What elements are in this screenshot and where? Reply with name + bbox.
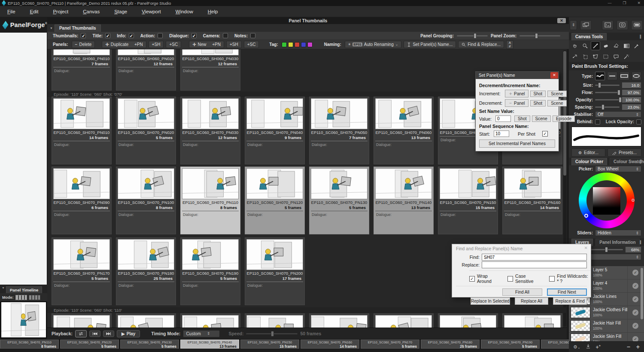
replace-all-button[interactable]: Replace All xyxy=(515,297,549,305)
find-and-replace-button[interactable]: Find & Replace... xyxy=(458,41,504,48)
brush-setting-slider[interactable] xyxy=(595,85,620,86)
brush-type-wave-button[interactable] xyxy=(595,72,605,80)
value-scene-button[interactable]: Scene xyxy=(532,115,551,122)
tab-panel-information[interactable]: Panel Information xyxy=(595,239,639,246)
case-sensitive-checkbox[interactable] xyxy=(507,276,513,282)
panel-cell[interactable]: EP110_SC060_SH070_PN06013 framesDialogue… xyxy=(374,97,434,164)
panel-cell[interactable]: EP110_SC060_SH060_PN0107 framesDialogue: xyxy=(52,49,112,91)
panel-cell[interactable]: Dialogue: xyxy=(502,313,562,328)
panel-thumbnails-close-icon[interactable]: ✕ xyxy=(557,18,566,23)
find-next-button[interactable]: Find Next xyxy=(547,288,587,296)
tab-panel-timeline[interactable]: Panel Timeline xyxy=(6,286,42,293)
timeline-strip-item[interactable]: EP110_SC060_SH070_PN1905 frames xyxy=(481,340,540,349)
value-episode-button[interactable]: Episode xyxy=(553,115,575,122)
picker-dropdown[interactable]: Box Wheel⇕ xyxy=(595,166,641,172)
panel-cell[interactable]: Dialogue: xyxy=(438,313,498,328)
panel-thumbnails-window-header[interactable]: Panel Thumbnails ✕ xyxy=(47,17,569,24)
start-input[interactable] xyxy=(494,130,509,137)
layer-visibility-check[interactable]: ✓ xyxy=(632,336,638,341)
value-input[interactable] xyxy=(495,115,511,122)
wildcards-checkbox[interactable] xyxy=(549,276,555,282)
tab-panel-thumbnails[interactable]: Panel Thumbnails xyxy=(55,24,101,32)
set-dialog-titlebar[interactable]: Set Panel(s) Name ✕ xyxy=(476,72,559,79)
menu-canvas[interactable]: Canvas xyxy=(76,6,107,17)
tab-canvas-tools[interactable]: Canvas Tools xyxy=(571,33,607,40)
menu-help[interactable]: Help xyxy=(200,6,225,17)
layer-row[interactable]: Jackie Clothes Fill100%✓ xyxy=(569,306,644,319)
timeline-strip-item[interactable]: EP110_SC060_SH070_PN16014 frames xyxy=(301,340,359,349)
find-input[interactable] xyxy=(482,254,587,261)
new-scene-button[interactable]: +SC xyxy=(244,41,259,48)
eraser-tool[interactable] xyxy=(601,41,611,50)
wildcards-option[interactable]: Find Wildcards: * ? xyxy=(549,273,591,284)
panel-view-button[interactable] xyxy=(631,20,643,30)
panel-cell[interactable]: EP110_SC060_SH070_PN20017 framesDialogue… xyxy=(245,237,305,305)
panel-cell[interactable]: Dialogue: xyxy=(180,313,240,328)
decrement-scene-button[interactable]: Scene xyxy=(547,100,566,106)
duplicate-scene-button[interactable]: +SC xyxy=(166,41,181,48)
brush-type-line-button[interactable] xyxy=(607,72,617,80)
lock-opacity-checkbox[interactable] xyxy=(636,119,641,124)
tag-color-3[interactable] xyxy=(301,42,306,47)
pane-handle-icon[interactable]: ∥ xyxy=(640,240,642,244)
layer-visibility-check[interactable]: ✓ xyxy=(632,283,638,289)
panel-cell[interactable]: EP110_SC060_SH070_PN16014 framesDialogue… xyxy=(502,167,562,234)
value-shot-button[interactable]: Shot xyxy=(514,115,530,122)
behind-checkbox[interactable] xyxy=(595,119,600,124)
shear-tool[interactable] xyxy=(570,52,580,61)
current-panel-thumbnail[interactable] xyxy=(0,301,47,338)
timing-mode-dropdown[interactable]: Custom⇕ xyxy=(183,330,220,337)
play-button[interactable]: ▶Play xyxy=(117,330,140,337)
drawing-canvas[interactable] xyxy=(0,33,47,285)
toggle-checkbox[interactable]: ✓ xyxy=(191,33,197,38)
add-layer-button[interactable]: ++ xyxy=(596,344,601,350)
panel-cell[interactable]: EP110_SC060_SH070_PN18025 framesDialogue… xyxy=(116,237,176,305)
pane-handle-icon[interactable]: ∥ xyxy=(640,159,642,164)
decrement-shot-button[interactable]: Shot xyxy=(530,100,546,106)
timeline-mode-compact-button[interactable] xyxy=(29,295,40,300)
layer-visibility-check[interactable]: ✓ xyxy=(632,296,638,302)
set-dialog-close-icon[interactable]: ✕ xyxy=(550,72,558,79)
brush-editor-button[interactable]: ⚙Editor... xyxy=(571,149,605,157)
set-panels-name-button[interactable]: Set Panel(s) Name... xyxy=(404,41,456,48)
panel-cell[interactable]: Dialogue: xyxy=(116,313,176,328)
magic-wand-tool[interactable] xyxy=(622,52,631,61)
next-panel-button[interactable] xyxy=(103,331,114,337)
menu-stage[interactable]: Stage xyxy=(107,6,134,17)
hue-marker-icon[interactable] xyxy=(632,199,635,202)
panel-cell[interactable]: EP110_SC060_SH070_PN1305 framesDialogue: xyxy=(309,167,369,234)
remove-layer-button[interactable]: − xyxy=(627,343,630,350)
panel-cell[interactable]: EP110_SC060_SH060_PN02012 framesDialogue… xyxy=(116,49,176,91)
duplicate-shot-button[interactable]: +SH xyxy=(149,41,164,48)
increment-panel-button[interactable]: ＋Panel xyxy=(505,90,529,97)
find-all-button[interactable]: Find All xyxy=(502,288,542,296)
panel-cell[interactable]: Dialogue: xyxy=(245,313,305,328)
fill-bucket-tool[interactable] xyxy=(611,41,621,50)
layer-visibility-check[interactable]: ✓ xyxy=(632,270,638,276)
timeline-strip-item[interactable]: EP110_SC060_SH070_PN1705 frames xyxy=(361,340,419,349)
case-sensitive-option[interactable]: Case Sensitive xyxy=(507,273,542,284)
previous-panel-button[interactable] xyxy=(89,331,100,337)
dock-spinner-button[interactable]: ⇕ xyxy=(570,20,577,30)
annotation-bubble-tool[interactable] xyxy=(611,52,621,61)
gradient-tool[interactable] xyxy=(622,41,631,50)
panel-cell[interactable]: EP110_SC060_SH070_PN1705 framesDialogue: xyxy=(52,237,112,305)
toggle-checkbox[interactable] xyxy=(223,33,228,38)
panel-cell[interactable]: EP110_SC060_SH070_PN1008 framesDialogue: xyxy=(116,167,176,234)
wrap-around-checkbox[interactable]: ✓ xyxy=(469,276,475,282)
replace-and-find-button[interactable]: Replace & Find xyxy=(553,297,587,305)
panel-cell[interactable]: Dialogue: xyxy=(374,313,434,328)
auto-renaming-button[interactable]: ✳ EP01 Auto Renaming ⌄ xyxy=(345,41,402,48)
brush-type-ellipse-button[interactable] xyxy=(632,72,641,80)
timeline-strip-item[interactable]: EP110_SC060_SH070_PN1108 frames xyxy=(0,340,59,349)
layers-scrollbar[interactable] xyxy=(641,268,643,319)
layer-visibility-check[interactable]: ✓ xyxy=(632,310,638,316)
panel-zoom-slider[interactable] xyxy=(519,35,560,36)
panel-cell[interactable]: EP110_SC060_SH070_PN0409 framesDialogue: xyxy=(245,97,305,164)
replace-in-selected-button[interactable]: Replace In Selected xyxy=(471,297,510,305)
tag-color-2[interactable] xyxy=(295,42,300,47)
loop-button[interactable] xyxy=(75,330,87,337)
brush-presets-button[interactable]: Presets... xyxy=(608,149,641,157)
new-layer-button[interactable]: + xyxy=(636,343,640,350)
menu-file[interactable]: File xyxy=(0,6,23,17)
